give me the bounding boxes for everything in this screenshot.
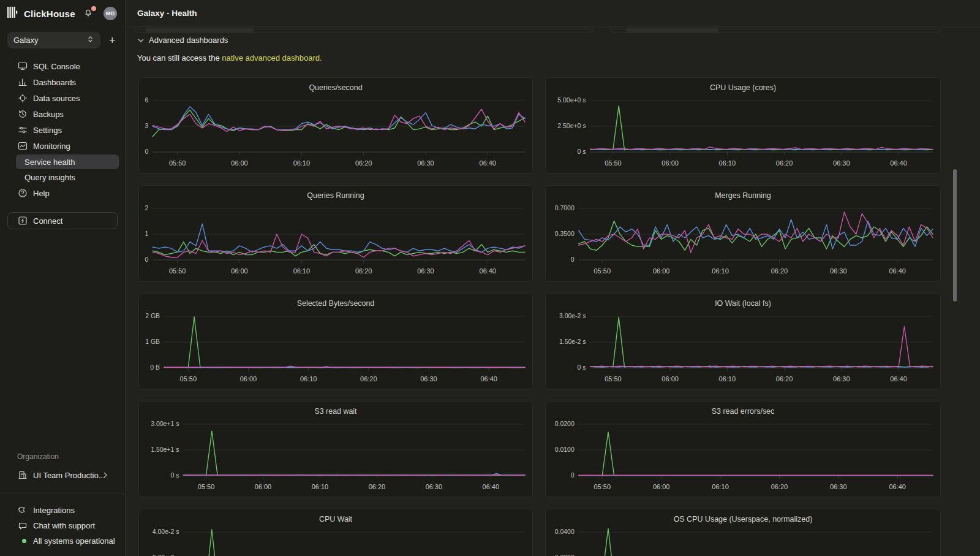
y-tick-label: 0 s	[170, 472, 179, 479]
x-tick-label: 05:50	[605, 375, 621, 383]
x-tick-label: 06:20	[776, 375, 793, 383]
vertical-scrollbar-thumb[interactable]	[953, 169, 957, 302]
chart-title: S3 read wait	[314, 407, 357, 416]
monitoring-icon	[18, 141, 28, 151]
help-icon	[18, 188, 28, 198]
sidebar-item-monitoring[interactable]: Monitoring	[0, 138, 125, 154]
sidebar-item-dashboards[interactable]: Dashboards	[0, 74, 125, 90]
chart-card-io-wait-local-fs: IO Wait (local fs)0 s1.50e-2 s3.00e-2 s0…	[545, 293, 941, 389]
x-tick-label: 06:20	[369, 483, 385, 490]
chart-plot-queries-running[interactable]: Queries Running01205:5006:0006:1006:2006…	[139, 186, 532, 281]
x-tick-label: 06:20	[355, 267, 372, 275]
chart-plot-s3-read-errors-sec[interactable]: S3 read errors/sec00.01000.020005:5006:0…	[546, 402, 940, 497]
y-tick-label: 1.50e+1 s	[151, 446, 179, 453]
sidebar-item-label: Help	[33, 189, 50, 198]
sidebar: ClickHouse MG Galaxy + SQL Console	[0, 0, 126, 556]
chart-plot-queries-second[interactable]: Queries/second03605:5006:0006:1006:2006:…	[139, 78, 532, 173]
y-tick-label: 3.00e-2 s	[559, 313, 586, 319]
chevron-down-icon	[137, 37, 145, 44]
x-tick-label: 06:00	[653, 267, 669, 275]
sidebar-item-query-insights[interactable]: Query insights	[16, 170, 119, 185]
chart-title: Queries Running	[307, 191, 364, 200]
chart-title: CPU Wait	[319, 515, 353, 524]
organization-name: UI Team Productio...	[33, 471, 105, 480]
x-tick-label: 06:40	[480, 375, 497, 383]
add-service-button[interactable]: +	[109, 35, 116, 46]
notification-dot	[91, 6, 96, 11]
chart-card-queries-running: Queries Running01205:5006:0006:1006:2006…	[138, 185, 533, 281]
sidebar-item-data-sources[interactable]: Data sources	[0, 90, 125, 106]
sidebar-bottom: Organization UI Team Productio... Integr…	[0, 452, 125, 556]
sidebar-item-label: Settings	[33, 126, 62, 135]
sidebar-item-label: Backups	[33, 110, 64, 119]
connect-button[interactable]: Connect	[7, 212, 118, 229]
sidebar-item-service-health[interactable]: Service health	[16, 154, 119, 169]
x-tick-label: 06:40	[890, 375, 907, 383]
series-line-green	[153, 242, 525, 256]
series-line-green	[579, 528, 933, 556]
chart-plot-merges-running[interactable]: Merges Running00.35000.700005:5006:0006:…	[546, 186, 940, 281]
series-line-green	[183, 431, 525, 475]
x-tick-label: 05:50	[180, 375, 197, 383]
sidebar-item-label: Chat with support	[33, 521, 95, 530]
x-tick-label: 06:30	[417, 159, 434, 167]
series-line-green	[590, 105, 933, 150]
y-tick-label: 3	[145, 123, 148, 129]
y-tick-label: 2	[145, 205, 148, 211]
chart-title: S3 read errors/sec	[712, 407, 775, 416]
native-advanced-dashboard-link[interactable]: native advanced dashboard.	[222, 53, 322, 63]
chart-title: Selected Bytes/second	[297, 299, 375, 308]
service-selector[interactable]: Galaxy	[7, 32, 100, 48]
x-tick-label: 05:50	[605, 159, 621, 167]
x-tick-label: 06:20	[771, 267, 788, 275]
section-title: Advanced dashboards	[149, 36, 228, 45]
x-tick-label: 06:10	[312, 483, 328, 490]
y-tick-label: 3.00e+1 s	[151, 421, 179, 427]
chart-plot-cpu-wait[interactable]: CPU Wait0 s2.00e-2 s4.00e-2 s05:5006:000…	[139, 509, 532, 556]
console-icon	[18, 61, 28, 71]
x-tick-label: 06:20	[355, 159, 372, 167]
y-tick-label: 1	[145, 230, 148, 237]
organization-icon	[18, 470, 28, 480]
sliders-icon	[18, 125, 28, 135]
x-tick-label: 05:50	[198, 483, 214, 490]
x-tick-label: 06:00	[255, 483, 271, 490]
x-tick-label: 06:10	[719, 375, 736, 383]
series-line-magenta	[153, 234, 525, 257]
x-tick-label: 05:50	[594, 267, 611, 275]
series-line-green	[579, 432, 933, 476]
y-tick-label: 0	[145, 256, 148, 263]
sidebar-item-sql-console[interactable]: SQL Console	[0, 58, 125, 74]
sidebar-item-help[interactable]: Help	[0, 185, 125, 201]
chevron-updown-icon	[86, 35, 94, 45]
y-tick-label: 0.0100	[555, 446, 575, 453]
organization-switcher[interactable]: UI Team Productio...	[0, 468, 125, 482]
x-tick-label: 06:40	[889, 267, 905, 275]
y-tick-label: 1.50e-2 s	[559, 338, 586, 345]
avatar[interactable]: MG	[104, 7, 117, 20]
y-tick-label: 0	[571, 472, 575, 479]
system-status[interactable]: All systems operational	[0, 533, 125, 549]
sidebar-item-integrations[interactable]: Integrations	[0, 503, 125, 518]
chart-plot-os-cpu-usage-userspace-normalized[interactable]: OS CPU Usage (Userspace, normalized)00.0…	[546, 509, 940, 556]
advanced-dashboard-notice: You can still access the native advanced…	[137, 53, 980, 63]
notifications-bell-icon[interactable]	[83, 8, 94, 19]
chart-plot-io-wait-local-fs[interactable]: IO Wait (local fs)0 s1.50e-2 s3.00e-2 s0…	[546, 294, 940, 389]
x-tick-label: 06:10	[300, 375, 317, 383]
scrolled-card-remnant-left	[134, 28, 594, 33]
x-tick-label: 06:20	[771, 483, 788, 490]
sidebar-item-backups[interactable]: Backups	[0, 106, 125, 122]
chart-title: CPU Usage (cores)	[710, 83, 776, 92]
x-tick-label: 06:00	[231, 159, 247, 167]
chart-plot-selected-bytes-second[interactable]: Selected Bytes/second0 B1 GB2 GB05:5006:…	[139, 294, 532, 389]
chart-title: OS CPU Usage (Userspace, normalized)	[674, 515, 813, 524]
chart-title: Queries/second	[309, 83, 362, 92]
chart-plot-s3-read-wait[interactable]: S3 read wait0 s1.50e+1 s3.00e+1 s05:5006…	[139, 402, 532, 497]
sidebar-item-chat-support[interactable]: Chat with support	[0, 518, 125, 533]
advanced-dashboards-section[interactable]: Advanced dashboards	[137, 36, 980, 45]
x-tick-label: 06:30	[830, 483, 846, 490]
chart-plot-cpu-usage-cores[interactable]: CPU Usage (cores)0 s2.50e+0 s5.00e+0 s05…	[546, 78, 940, 173]
series-line-magenta	[590, 327, 933, 367]
sidebar-item-settings[interactable]: Settings	[0, 122, 125, 138]
series-line-magenta	[164, 366, 525, 367]
